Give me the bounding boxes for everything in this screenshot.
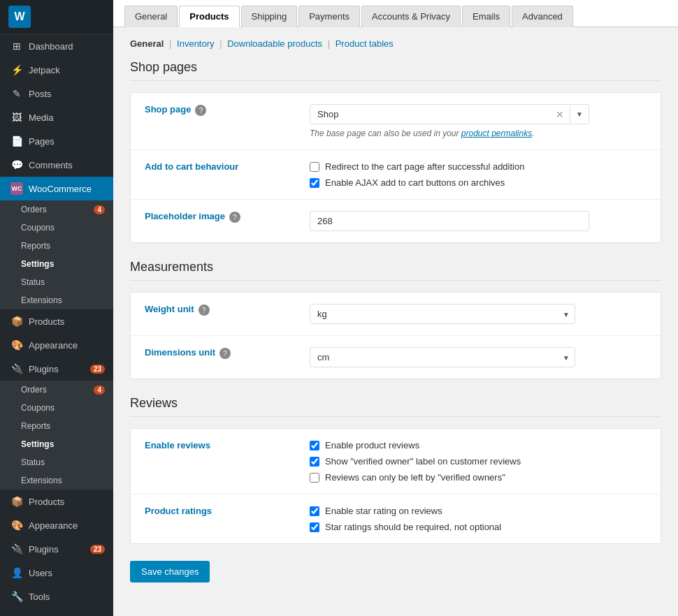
- save-changes-button[interactable]: Save changes: [130, 561, 210, 582]
- enable-product-reviews-checkbox[interactable]: [310, 441, 319, 450]
- placeholder-image-input[interactable]: [310, 211, 589, 231]
- sidebar-item-plugins2[interactable]: 🔌 Plugins 23: [0, 537, 113, 561]
- dashboard-icon: ⊞: [10, 40, 23, 52]
- measurements-title: Measurements: [130, 260, 661, 281]
- star-required-checkbox[interactable]: [310, 522, 319, 532]
- sidebar-item-appearance[interactable]: 🎨 Appearance: [0, 333, 113, 357]
- enable-reviews-label: Enable reviews: [145, 440, 210, 450]
- enable-product-reviews-row: Enable product reviews: [310, 440, 647, 450]
- sidebar-item-appearance2[interactable]: 🎨 Appearance: [0, 513, 113, 537]
- weight-unit-select-wrapper: kg g lbs oz ▼: [310, 304, 575, 324]
- orders-badge: 4: [94, 205, 105, 214]
- weight-unit-row: Weight unit ? kg g lbs oz ▼: [131, 293, 661, 336]
- sidebar-item-woocommerce[interactable]: WC WooCommerce: [0, 177, 113, 200]
- star-required-label[interactable]: Star ratings should be required, not opt…: [325, 522, 501, 532]
- sidebar-item-label: Dashboard: [29, 41, 73, 52]
- dimensions-unit-label: Dimensions unit: [145, 347, 215, 358]
- sidebar-item-media[interactable]: 🖼 Media: [0, 105, 113, 129]
- verified-owner-checkbox[interactable]: [310, 457, 319, 467]
- sidebar-item-pages[interactable]: 📄 Pages: [0, 129, 113, 153]
- shop-page-clear-icon[interactable]: ✕: [550, 106, 570, 123]
- submenu2-coupons[interactable]: Coupons: [0, 399, 113, 417]
- shop-page-select[interactable]: Shop ✕ ▼: [310, 104, 589, 124]
- ajax-checkbox[interactable]: [310, 178, 319, 188]
- sub-navigation: General | Inventory | Downloadable produ…: [130, 38, 661, 49]
- verified-only-checkbox[interactable]: [310, 473, 319, 483]
- plugins-badge: 23: [90, 365, 105, 374]
- submenu-settings[interactable]: Settings: [0, 255, 113, 273]
- sidebar-item-tools[interactable]: 🔧 Tools: [0, 585, 113, 608]
- sidebar-item-plugins[interactable]: 🔌 Plugins 23: [0, 357, 113, 381]
- tab-advanced[interactable]: Advanced: [512, 6, 573, 27]
- redirect-label[interactable]: Redirect to the cart page after successf…: [325, 161, 524, 172]
- placeholder-image-row: Placeholder image ?: [131, 200, 661, 242]
- add-to-cart-row: Add to cart behaviour Redirect to the ca…: [131, 150, 661, 200]
- sidebar-item-label: Users: [29, 568, 52, 578]
- reviews-section: Enable reviews Enable product reviews Sh…: [130, 428, 661, 544]
- content-area: General | Inventory | Downloadable produ…: [113, 27, 678, 594]
- sidebar-item-dashboard[interactable]: ⊞ Dashboard: [0, 34, 113, 58]
- placeholder-help-icon[interactable]: ?: [229, 212, 240, 223]
- enable-product-reviews-label[interactable]: Enable product reviews: [325, 440, 419, 450]
- sidebar-item-label: Plugins: [29, 544, 59, 555]
- submenu-coupons[interactable]: Coupons: [0, 219, 113, 237]
- jetpack-icon: ⚡: [10, 64, 23, 76]
- sidebar-item-comments[interactable]: 💬 Comments: [0, 153, 113, 177]
- shop-page-row: Shop page ? Shop ✕ ▼ The base page can a…: [131, 93, 661, 150]
- reviews-title: Reviews: [130, 396, 661, 417]
- verified-only-row: Reviews can only be left by "verified ow…: [310, 472, 647, 483]
- sidebar-item-users[interactable]: 👤 Users: [0, 561, 113, 585]
- shop-page-arrow-icon[interactable]: ▼: [570, 108, 589, 121]
- sidebar-item-posts[interactable]: ✎ Posts: [0, 82, 113, 105]
- ajax-label[interactable]: Enable AJAX add to cart buttons on archi…: [325, 177, 505, 188]
- dimensions-help-icon[interactable]: ?: [219, 348, 231, 359]
- subnav-product-tables[interactable]: Product tables: [336, 38, 394, 49]
- star-rating-checkbox[interactable]: [310, 506, 319, 516]
- weight-help-icon[interactable]: ?: [199, 305, 210, 316]
- weight-unit-label: Weight unit: [145, 304, 194, 314]
- posts-icon: ✎: [10, 87, 23, 100]
- tools-icon: 🔧: [10, 590, 23, 603]
- submenu-orders[interactable]: Orders 4: [0, 200, 113, 219]
- users-icon: 👤: [10, 566, 23, 579]
- tab-general[interactable]: General: [124, 6, 178, 27]
- sidebar-item-jetpack[interactable]: ⚡ Jetpack: [0, 58, 113, 82]
- star-rating-label[interactable]: Enable star rating on reviews: [325, 506, 442, 516]
- verified-owner-label[interactable]: Show "verified owner" label on customer …: [325, 456, 521, 467]
- dimensions-unit-select-wrapper: cm m mm in yd ▼: [310, 347, 575, 367]
- dimensions-unit-select[interactable]: cm m mm in yd: [310, 347, 575, 367]
- subnav-downloadable[interactable]: Downloadable products: [227, 38, 322, 49]
- submenu2-extensions[interactable]: Extensions: [0, 471, 113, 490]
- submenu-reports[interactable]: Reports: [0, 237, 113, 255]
- sidebar-item-label: Posts: [29, 89, 52, 99]
- tab-accounts-privacy[interactable]: Accounts & Privacy: [361, 6, 461, 27]
- submenu2-status[interactable]: Status: [0, 453, 113, 471]
- verified-only-label[interactable]: Reviews can only be left by "verified ow…: [325, 472, 505, 483]
- submenu2-orders[interactable]: Orders 4: [0, 381, 113, 399]
- product-permalinks-link[interactable]: product permalinks: [461, 129, 532, 138]
- shop-page-help-icon[interactable]: ?: [195, 105, 206, 116]
- add-to-cart-control: Redirect to the cart page after successf…: [310, 161, 647, 188]
- weight-unit-select[interactable]: kg g lbs oz: [310, 304, 575, 324]
- tab-products[interactable]: Products: [179, 6, 239, 27]
- sidebar-item-label: Jetpack: [29, 65, 60, 75]
- add-to-cart-label-col: Add to cart behaviour: [145, 161, 298, 172]
- tab-payments[interactable]: Payments: [298, 6, 360, 27]
- pages-icon: 📄: [10, 135, 23, 147]
- submenu-status[interactable]: Status: [0, 273, 113, 291]
- tab-emails[interactable]: Emails: [462, 6, 510, 27]
- submenu2-settings[interactable]: Settings: [0, 435, 113, 453]
- star-rating-row: Enable star rating on reviews: [310, 506, 647, 516]
- weight-unit-label-col: Weight unit ?: [145, 304, 298, 316]
- sidebar-item-products2[interactable]: 📦 Products: [0, 490, 113, 513]
- weight-unit-control: kg g lbs oz ▼: [310, 304, 647, 324]
- subnav-inventory[interactable]: Inventory: [177, 38, 214, 49]
- submenu-extensions[interactable]: Extensions: [0, 291, 113, 309]
- sidebar: W ⊞ Dashboard ⚡ Jetpack ✎ Posts 🖼 Media …: [0, 0, 113, 616]
- sidebar-item-products[interactable]: 📦 Products: [0, 309, 113, 333]
- tab-shipping[interactable]: Shipping: [241, 6, 298, 27]
- measurements-section: Weight unit ? kg g lbs oz ▼: [130, 292, 661, 379]
- submenu2-reports[interactable]: Reports: [0, 417, 113, 435]
- redirect-checkbox[interactable]: [310, 162, 319, 172]
- placeholder-image-label: Placeholder image: [145, 211, 225, 221]
